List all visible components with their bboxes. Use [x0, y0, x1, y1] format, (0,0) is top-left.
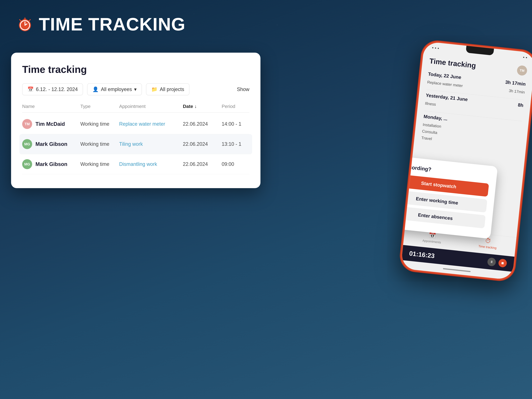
projects-filter[interactable]: 📁 All projects — [146, 83, 189, 95]
date-2: 22.06.2024 — [183, 141, 222, 147]
period-3: 09:00 — [222, 161, 258, 167]
svg-line-6 — [20, 19, 21, 21]
name-3: Mark Gibson — [35, 161, 67, 167]
type-3: Working time — [80, 161, 119, 167]
date-3: 22.06.2024 — [183, 161, 222, 167]
monday-label: Monday, ... — [423, 114, 448, 122]
pause-button[interactable]: ⏸ — [487, 257, 496, 266]
date-range-label: 6.12. - 12.12. 2024 — [36, 86, 78, 92]
dropdown-icon: ▾ — [134, 86, 137, 92]
card-title: Time tracking — [22, 64, 249, 75]
phone-container: Time tracking TM Today, 22 June 3h 17min — [410, 44, 526, 277]
type-1: Working time — [80, 121, 119, 127]
svg-rect-5 — [25, 17, 25, 19]
nav-time-tracking[interactable]: ⏱ Time tracking — [478, 236, 498, 250]
phone-screen: Time tracking TM Today, 22 June 3h 17min — [401, 41, 532, 280]
yesterday-entry-label: Illness — [425, 101, 436, 107]
signal-icons — [432, 47, 439, 49]
show-label: Show — [237, 86, 249, 92]
today-total: 3h 17min — [505, 79, 526, 87]
stop-button[interactable]: ⏹ — [498, 259, 507, 268]
phone-outer: Time tracking TM Today, 22 June 3h 17min — [398, 39, 532, 283]
date-filter[interactable]: 📅 6.12. - 12.12. 2024 — [22, 83, 83, 95]
yesterday-total: 8h — [518, 102, 524, 108]
today-label: Today, 22 June — [428, 71, 462, 80]
signal-dot-1 — [432, 47, 433, 48]
col-date[interactable]: Date ↓ — [183, 104, 222, 109]
header: TIME TRACKING — [17, 14, 185, 35]
battery-dot — [523, 57, 524, 58]
table-header: Name Type Appointment Date ↓ Period — [22, 104, 249, 113]
period-1: 14:00 - 1 — [222, 121, 258, 127]
wifi-dot — [526, 57, 527, 58]
show-button[interactable]: Show — [237, 86, 249, 92]
name-2: Mark Gibson — [35, 141, 67, 147]
monday-entry-consulta: Consulta — [422, 129, 437, 135]
avatar-mg-2: MG — [22, 159, 32, 169]
page-title: TIME TRACKING — [39, 14, 185, 35]
appointment-1[interactable]: Replace water meter — [119, 121, 183, 127]
col-type: Type — [80, 104, 119, 109]
stopwatch-icon — [17, 16, 33, 32]
svg-line-7 — [29, 19, 30, 21]
avatar-mg-1: MG — [22, 139, 32, 149]
folder-icon: 📁 — [151, 86, 158, 92]
name-cell-2: MG Mark Gibson — [22, 139, 80, 149]
today-entry-time: 3h 17min — [509, 89, 525, 95]
type-2: Working time — [80, 141, 119, 147]
user-avatar[interactable]: TM — [517, 65, 528, 76]
avatar-tm: TM — [22, 119, 32, 129]
appointment-3[interactable]: Dismantling work — [119, 161, 183, 167]
calendar-icon: 📅 — [27, 86, 34, 92]
time-tracking-nav-label: Time tracking — [478, 244, 497, 250]
timer-display: 01:16:23 — [409, 249, 435, 260]
home-bar — [443, 268, 471, 272]
person-icon: 👤 — [92, 86, 99, 92]
projects-label: All projects — [160, 86, 184, 92]
appointments-nav-label: Appointments — [422, 239, 441, 244]
employees-label: All employees — [101, 86, 132, 92]
yesterday-section: Yesterday, 21 June 8h Illness — [425, 93, 524, 117]
period-2: 13:10 - 1 — [222, 141, 258, 147]
today-entry-label: Replace water meter — [427, 80, 463, 88]
monday-entry-travel: Travel — [421, 136, 432, 141]
date-1: 22.06.2024 — [183, 121, 222, 127]
timer-controls: ⏸ ⏹ — [487, 257, 507, 268]
filters-row: 📅 6.12. - 12.12. 2024 👤 All employees ▾ … — [22, 83, 249, 95]
appointment-2[interactable]: Tiling work — [119, 141, 183, 147]
table-row: TM Tim McDaid Working time Replace water… — [22, 114, 249, 134]
name-cell-3: MG Mark Gibson — [22, 159, 80, 169]
table-row: MG Mark Gibson Working time Tiling work … — [19, 134, 252, 154]
name-1: Tim McDaid — [35, 121, 65, 127]
monday-entry-installation: Installation — [423, 122, 441, 129]
battery-icons — [523, 57, 527, 58]
phone-inner: Time tracking TM Today, 22 June 3h 17min — [401, 41, 532, 280]
app-title: Time tracking — [429, 57, 476, 70]
employees-filter[interactable]: 👤 All employees ▾ — [87, 83, 142, 95]
col-period: Period — [222, 104, 258, 109]
popup-card: Start recording? Start stopwatch Enter w… — [401, 155, 498, 239]
table-row: MG Mark Gibson Working time Dismantling … — [22, 154, 249, 174]
desktop-card: Time tracking 📅 6.12. - 12.12. 2024 👤 Al… — [11, 53, 260, 188]
col-appointment: Appointment — [119, 104, 183, 109]
signal-dot-2 — [435, 47, 436, 49]
col-name: Name — [22, 104, 80, 109]
name-cell-1: TM Tim McDaid — [22, 119, 80, 129]
signal-dot-3 — [438, 48, 439, 49]
